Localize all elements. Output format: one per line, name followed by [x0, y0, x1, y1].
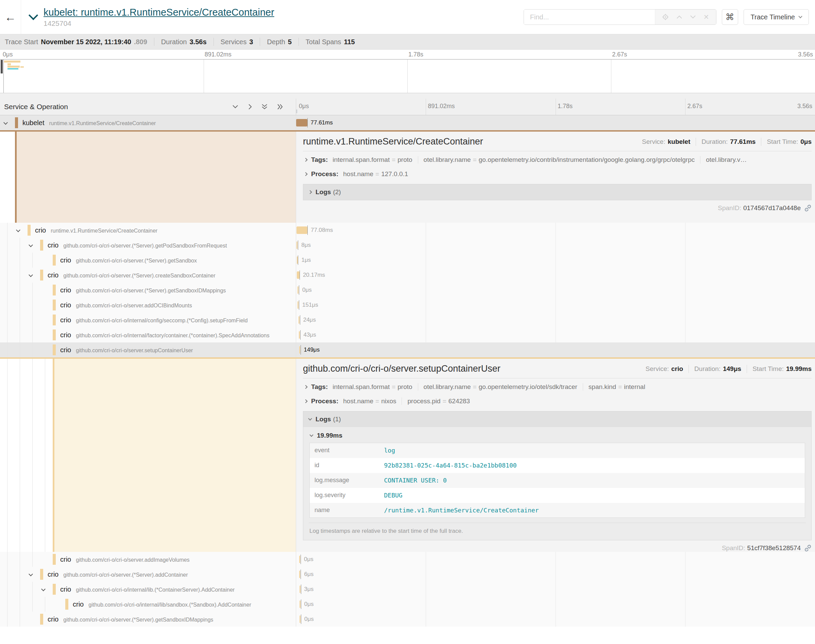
deep-link-icon[interactable]	[804, 204, 812, 212]
span-duration-bar[interactable]	[300, 586, 300, 593]
find-prev-icon[interactable]	[676, 15, 682, 19]
expand-all-icon[interactable]	[277, 103, 283, 110]
tags-accordion[interactable]: Tags: internal.span.format=protootel.lib…	[303, 380, 812, 394]
find-input[interactable]	[524, 9, 655, 25]
minimap-viewport-handle[interactable]	[1, 60, 3, 74]
span-row-name-cell: crio github.com/cri-o/cri-o/internal/fac…	[0, 327, 296, 342]
span-row[interactable]: crio github.com/cri-o/cri-o/internal/lib…	[0, 597, 815, 612]
span-row[interactable]: crio github.com/cri-o/cri-o/server.addIm…	[0, 552, 815, 567]
keyboard-shortcuts-button[interactable]: ⌘	[722, 9, 738, 25]
indent-guide	[20, 597, 20, 612]
collapse-all-icon[interactable]	[261, 103, 268, 110]
span-duration-bar[interactable]	[297, 227, 307, 234]
divider	[303, 151, 812, 151]
span-duration-bar[interactable]	[297, 271, 300, 279]
span-duration-bar[interactable]	[297, 241, 297, 249]
spanid-label: SpanID:	[718, 204, 741, 212]
span-color-stripe	[53, 345, 56, 355]
span-duration-bar[interactable]	[300, 601, 300, 608]
spanid-value: 0174567d17a0448e	[743, 204, 801, 212]
service-label: Service:	[646, 365, 669, 373]
chevron-down-icon	[308, 417, 312, 420]
collapse-trace-header-icon[interactable]	[30, 12, 37, 19]
indent-guide	[7, 567, 8, 582]
span-duration-label: 0μs	[304, 616, 314, 623]
operation-name: github.com/cri-o/cri-o/internal/lib/sand…	[89, 602, 251, 608]
find-clear-icon[interactable]: ✕	[703, 13, 709, 21]
minimap-tick: 2.67s	[612, 51, 627, 58]
deep-link-icon[interactable]	[804, 544, 812, 552]
divider	[688, 365, 689, 373]
minimap-canvas[interactable]	[0, 59, 815, 93]
span-duration-label-group: 0μs	[301, 612, 314, 627]
process-accordion[interactable]: Process: host.name=nixosprocess.pid=6242…	[303, 394, 812, 408]
tags-accordion[interactable]: Tags: internal.span.format=protootel.lib…	[303, 153, 812, 167]
indent-guide	[32, 582, 33, 597]
log-field-value: 92b82381-025c-4a64-815c-ba2e1bb08100	[380, 458, 805, 473]
span-row[interactable]: crio github.com/cri-o/cri-o/server.addOC…	[0, 297, 815, 313]
operation-name: runtime.v1.RuntimeService/CreateContaine…	[51, 228, 158, 234]
duration-value: 3.56s	[189, 38, 206, 46]
indent-guide	[20, 313, 20, 327]
span-row[interactable]: crio github.com/cri-o/cri-o/server.(*Ser…	[0, 567, 815, 582]
trace-view-select[interactable]: Trace Timeline	[744, 9, 809, 25]
locate-span-icon[interactable]	[662, 14, 669, 20]
collapse-one-icon[interactable]	[232, 104, 239, 109]
logs-header[interactable]: Logs (1)	[303, 411, 811, 427]
span-row[interactable]: crio github.com/cri-o/cri-o/server.(*Ser…	[0, 282, 815, 297]
timeline-grid-header: Service & Operation ‖ 0μs 891.02ms 1.78s…	[0, 93, 815, 115]
span-detail-panel-setupcontaineruser: github.com/cri-o/cri-o/server.setupConta…	[0, 357, 815, 552]
span-row[interactable]: crio runtime.v1.RuntimeService/CreateCon…	[0, 223, 815, 238]
span-duration-bar[interactable]	[296, 119, 307, 126]
indent-guide	[20, 359, 20, 552]
span-row[interactable]: kubelet runtime.v1.RuntimeService/Create…	[0, 115, 815, 130]
span-duration-bar[interactable]	[299, 556, 300, 563]
find-next-icon[interactable]	[690, 15, 696, 19]
span-row[interactable]: crio github.com/cri-o/cri-o/internal/con…	[0, 313, 815, 327]
logs-header[interactable]: Logs (2)	[303, 184, 811, 200]
log-entry-header[interactable]: 19.99ms	[309, 428, 806, 443]
span-row[interactable]: crio github.com/cri-o/cri-o/server.(*Ser…	[0, 253, 815, 268]
process-accordion[interactable]: Process: host.name=127.0.0.1	[303, 167, 812, 181]
span-row[interactable]: crio github.com/cri-o/cri-o/internal/fac…	[0, 327, 815, 342]
span-row[interactable]: crio github.com/cri-o/cri-o/server.(*Ser…	[0, 612, 815, 627]
span-row-name-cell: crio github.com/cri-o/cri-o/internal/con…	[0, 313, 296, 327]
log-field-key: name	[310, 503, 380, 518]
spanid-label: SpanID:	[722, 544, 745, 552]
back-button[interactable]: ←	[0, 0, 21, 34]
span-row[interactable]: crio github.com/cri-o/cri-o/internal/lib…	[0, 582, 815, 597]
duration-label: Duration	[161, 38, 187, 46]
label-anchor-line	[300, 570, 301, 579]
span-duration-bar[interactable]	[297, 286, 299, 294]
span-duration-bar[interactable]	[299, 331, 300, 339]
indent-guide	[20, 297, 20, 313]
span-duration-bar[interactable]	[300, 615, 300, 623]
span-duration-bar[interactable]	[297, 256, 298, 264]
span-duration-label-group: 0μs	[299, 282, 312, 297]
span-duration-bar[interactable]	[297, 301, 299, 309]
span-detail-header[interactable]: github.com/cri-o/cri-o/server.setupConta…	[303, 363, 812, 374]
span-duration-label-group: 0μs	[300, 552, 314, 567]
span-row-timeline-cell: 6μs	[296, 567, 815, 582]
span-row[interactable]: crio github.com/cri-o/cri-o/server.(*Ser…	[0, 238, 815, 253]
span-row[interactable]: crio github.com/cri-o/cri-o/server.setup…	[0, 342, 815, 357]
service-name: crio	[47, 570, 58, 578]
span-row[interactable]: crio github.com/cri-o/cri-o/server.(*Ser…	[0, 268, 815, 282]
label-anchor-line	[298, 255, 298, 265]
span-row-name-cell: crio github.com/cri-o/cri-o/server.addIm…	[0, 552, 296, 567]
expand-one-icon[interactable]	[248, 103, 252, 110]
span-duration-bar[interactable]	[299, 570, 300, 578]
trace-title-link[interactable]: kubelet: runtime.v1.RuntimeService/Creat…	[43, 7, 274, 18]
depth-label: Depth	[267, 38, 285, 46]
span-row-name-cell: crio github.com/cri-o/cri-o/server.addOC…	[0, 297, 296, 313]
span-duration-label: 149μs	[304, 347, 320, 353]
span-detail-header[interactable]: runtime.v1.RuntimeService/CreateContaine…	[303, 136, 812, 147]
span-meta: Service:kubelet Duration:77.61ms Start T…	[642, 138, 812, 146]
span-row-timeline-cell: 0μs	[296, 282, 815, 297]
span-row-text: crio github.com/cri-o/cri-o/server.addIm…	[0, 556, 296, 563]
span-duration-bar[interactable]	[299, 346, 300, 354]
process-label: Process:	[311, 170, 338, 178]
span-name: runtime.v1.RuntimeService/CreateContaine…	[303, 136, 483, 147]
operation-name: github.com/cri-o/cri-o/internal/factory/…	[76, 333, 269, 339]
span-duration-bar[interactable]	[299, 316, 300, 324]
